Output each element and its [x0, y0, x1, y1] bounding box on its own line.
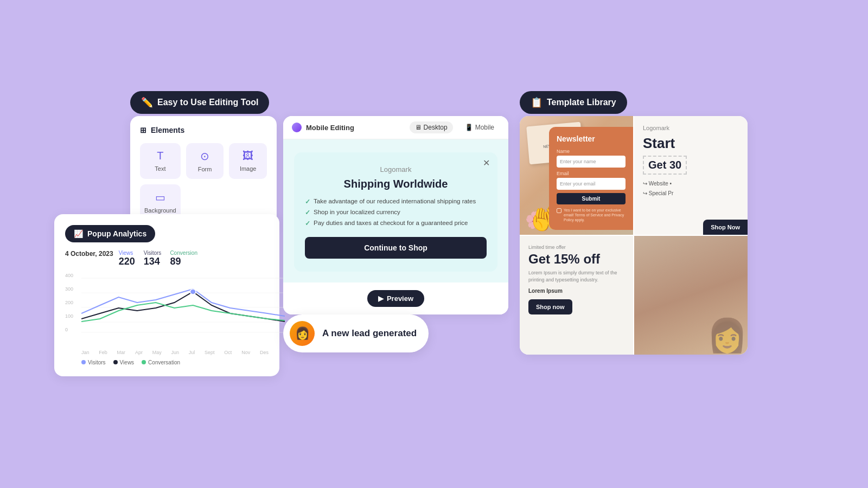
visitors-value: 134	[144, 256, 162, 267]
chart-legend: Visitors Views Conversation	[65, 359, 269, 365]
start-link-1[interactable]: ↪ Website •	[643, 179, 739, 189]
mobile-label: Mobile	[475, 124, 494, 131]
preview-icon: ▶	[378, 294, 384, 303]
popup-logomark: Logomark	[305, 165, 487, 174]
desktop-icon: 🖥	[415, 124, 422, 131]
template-library-label: Template Library	[547, 98, 616, 107]
conversion-label: Conversion	[170, 250, 197, 256]
discount-shopnow-btn[interactable]: Shop now	[528, 299, 572, 314]
email-input[interactable]: Enter your email	[557, 178, 626, 190]
desktop-btn[interactable]: 🖥 Desktop	[410, 121, 453, 133]
popup-title: Shipping Worldwide	[305, 178, 487, 190]
views-label: Views	[119, 250, 135, 256]
chart-area: 400 300 200 100 0	[65, 273, 269, 349]
element-image-label: Image	[240, 165, 257, 172]
notification-text: A new lead generated	[322, 328, 417, 339]
element-background-label: Background	[144, 207, 176, 214]
mobile-icon: 📱	[465, 124, 473, 131]
mobile-editing-card: Mobile Editing 🖥 Desktop 📱 Mobile ✕ Logo…	[283, 116, 508, 314]
element-text[interactable]: T Text	[140, 143, 181, 179]
mobile-dot-icon	[292, 123, 302, 132]
newsletter-checkbox-row: Yes I want to be on your exclusive email…	[557, 208, 626, 222]
analytics-icon: 📈	[74, 229, 83, 238]
pencil-icon: ✏️	[141, 97, 153, 108]
stats-date: 4 October, 2023	[65, 250, 113, 258]
stat-conversion: Conversion 89	[170, 250, 197, 267]
template-start[interactable]: Logomark Start Get 30 ↪ Website • ↪ Spec…	[634, 116, 748, 235]
discount-limited-label: Limited time offer	[528, 245, 624, 250]
newsletter-checkbox-text: Yes I want to be on your exclusive email…	[564, 208, 626, 222]
preview-btn-area: ▶ Preview	[283, 282, 508, 314]
name-input[interactable]: Enter your name	[557, 156, 626, 168]
template-library-badge: 📋 Template Library	[520, 91, 627, 114]
analytics-card: 📈 Popup Analytics 4 October, 2023 Views …	[54, 214, 279, 376]
image-icon: 🖼	[242, 150, 253, 162]
analytics-stats: 4 October, 2023 Views 220 Visitors 134 C…	[65, 250, 269, 267]
chart-svg	[81, 273, 285, 338]
editing-tool-label: Easy to Use Editing Tool	[157, 98, 258, 107]
elements-grid: T Text ⊙ Form 🖼 Image ▭ Background	[140, 143, 267, 220]
visitors-label: Visitors	[144, 250, 162, 256]
mobile-top-left: Mobile Editing	[292, 123, 354, 132]
form-icon: ⊙	[200, 150, 209, 163]
popup-check-1: Take advantage of our reduced internatio…	[305, 198, 487, 206]
popup-card: ✕ Logomark Shipping Worldwide Take advan…	[294, 152, 497, 272]
template-discount[interactable]: Limited time offer Get 15% off Lorem Ips…	[520, 236, 633, 355]
analytics-badge: 📈 Popup Analytics	[65, 225, 155, 242]
name-placeholder: Enter your name	[560, 159, 596, 164]
svg-point-5	[190, 289, 196, 294]
popup-checks: Take advantage of our reduced internatio…	[305, 198, 487, 227]
text-icon: T	[157, 150, 163, 162]
stat-visitors: Visitors 134	[144, 250, 162, 267]
fashion-person: 👩	[707, 316, 748, 355]
start-shopnow-btn[interactable]: Shop Now	[703, 220, 748, 235]
element-image[interactable]: 🖼 Image	[229, 143, 267, 179]
start-getoff: Get 30	[643, 156, 687, 175]
conversion-value: 89	[170, 256, 197, 267]
newsletter-form-overlay: Newsletter Name Enter your name Email En…	[549, 127, 633, 230]
notification-avatar: 👩	[290, 321, 315, 346]
device-switchers: 🖥 Desktop 📱 Mobile	[410, 121, 500, 133]
legend-views: Views	[113, 359, 135, 365]
avatar-emoji: 👩	[295, 326, 310, 341]
notification-card: 👩 A new lead generated	[283, 314, 429, 352]
stat-views: Views 220	[119, 250, 135, 267]
discount-bold: Lorem Ipsum	[528, 288, 624, 294]
elements-card: ⊞ Elements T Text ⊙ Form 🖼 Image ▭ Backg…	[130, 116, 277, 230]
element-text-label: Text	[155, 165, 165, 172]
popup-check-2: Shop in your localized currency	[305, 209, 487, 216]
legend-visitors: Visitors	[81, 359, 106, 365]
template-newsletter[interactable]: 📰NEWSPAPER 🌸🌷 🤲 Newsletter Name Enter yo…	[520, 116, 633, 235]
element-form[interactable]: ⊙ Form	[186, 143, 224, 179]
newsletter-submit-btn[interactable]: Submit	[557, 193, 626, 204]
template-fashion[interactable]: 👩	[634, 236, 748, 355]
elements-header-icon: ⊞	[140, 126, 146, 134]
background-icon: ▭	[155, 191, 165, 204]
popup-close-icon[interactable]: ✕	[483, 158, 490, 168]
library-icon: 📋	[531, 97, 542, 108]
newsletter-checkbox[interactable]	[557, 208, 561, 213]
popup-check-3: Pay duties and taxes at checkout for a g…	[305, 220, 487, 227]
template-library-card: 📰NEWSPAPER 🌸🌷 🤲 Newsletter Name Enter yo…	[520, 116, 748, 355]
mobile-btn[interactable]: 📱 Mobile	[459, 121, 500, 133]
start-title: Start	[643, 136, 739, 151]
start-link-2[interactable]: ↪ Special Pr	[643, 189, 739, 198]
editing-tool-badge: ✏️ Easy to Use Editing Tool	[130, 91, 269, 114]
analytics-label: Popup Analytics	[87, 229, 146, 238]
preview-button[interactable]: ▶ Preview	[367, 290, 424, 307]
elements-header-label: Elements	[151, 126, 184, 134]
continue-shop-button[interactable]: Continue to Shop	[305, 237, 487, 259]
chart-x-labels: JanFebMarApr MayJunJulSept OctNovDes	[65, 350, 269, 355]
stats-group: Views 220 Visitors 134 Conversion 89	[119, 250, 197, 267]
discount-title: Get 15% off	[528, 252, 624, 266]
mobile-editing-title: Mobile Editing	[306, 124, 354, 132]
desktop-label: Desktop	[424, 124, 448, 131]
email-label: Email	[557, 171, 626, 176]
mobile-top-bar: Mobile Editing 🖥 Desktop 📱 Mobile	[283, 116, 508, 139]
chart-y-labels: 400 300 200 100 0	[65, 273, 73, 332]
preview-label: Preview	[387, 294, 413, 303]
elements-header: ⊞ Elements	[140, 126, 267, 134]
name-label: Name	[557, 149, 626, 154]
newsletter-title: Newsletter	[557, 134, 626, 143]
start-logo: Logomark	[643, 125, 739, 131]
